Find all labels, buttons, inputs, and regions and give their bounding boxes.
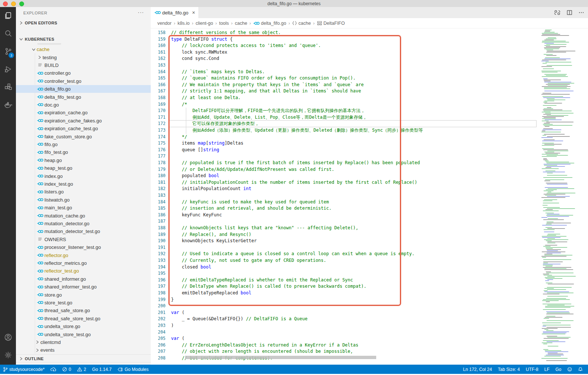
code-line-159: 159type DeltaFIFO struct { [151, 36, 588, 43]
tree-file-heap-test-go[interactable]: heap_test.go [16, 164, 151, 172]
status-cursor-position[interactable]: Ln 172, Col 24 [460, 365, 495, 374]
breadcrumb-item-tools[interactable]: tools [219, 21, 229, 26]
status-indentation[interactable]: Tab Size: 4 [495, 365, 523, 374]
tree-file-store-go[interactable]: store.go [16, 291, 151, 298]
split-editor-icon[interactable] [567, 10, 572, 16]
status-errors[interactable]: 0 [59, 365, 74, 374]
tree-file-mutation-detector-test-go[interactable]: mutation_detector_test.go [16, 227, 151, 235]
activity-run-debug-icon[interactable] [0, 60, 16, 78]
tree-folder-events[interactable]: events [16, 346, 151, 354]
minimap[interactable] [540, 28, 577, 365]
close-tab-icon[interactable]: × [192, 10, 195, 16]
open-changes-icon[interactable] [554, 10, 561, 16]
horizontal-scrollbar[interactable] [185, 356, 376, 359]
status-encoding[interactable]: UTF-8 [523, 365, 541, 374]
branch-icon [3, 367, 8, 372]
workspace-section[interactable]: KUBERNETES [16, 35, 151, 43]
status-language-mode[interactable]: Go [552, 365, 564, 374]
code-line-206: 206 // ErrZeroLengthDeltasObject is retu… [151, 342, 588, 349]
go-file-icon [37, 142, 43, 146]
status-go-version[interactable]: Go 1.14.7 [89, 365, 115, 374]
activity-docker-icon[interactable] [0, 96, 16, 114]
tree-file-listers-go[interactable]: listers.go [16, 188, 151, 196]
tree-file-delta-fifo-test-go[interactable]: delta_fifo_test.go [16, 93, 151, 101]
code-editor[interactable]: 158// different versions of the same obj… [151, 28, 588, 365]
tree-file-reflector-test-go[interactable]: reflector_test.go1 [16, 267, 151, 275]
tree-file-thread-safe-store-test-go[interactable]: thread_safe_store_test.go [16, 315, 151, 322]
tree-file-shared-informer-test-go[interactable]: shared_informer_test.go [16, 283, 151, 291]
tree-file-shared-informer-go[interactable]: shared_informer.go [16, 275, 151, 283]
outline-section[interactable]: OUTLINE [16, 354, 151, 363]
tree-file-delta-fifo-go[interactable]: delta_fifo.go [16, 85, 151, 93]
code-line-168: 168 // at least one Delta. [151, 95, 588, 101]
line-number: 162 [151, 55, 166, 62]
tree-file-expiration-cache-test-go[interactable]: expiration_cache_test.go [16, 125, 151, 132]
tree-file-fake-custom-store-go[interactable]: fake_custom_store.go [16, 132, 151, 140]
tree-file-expiration-cache-go[interactable]: expiration_cache.go [16, 109, 151, 116]
activity-search-icon[interactable] [0, 25, 16, 43]
breadcrumb-item-delta-fifo-go[interactable]: delta_fifo.go [253, 21, 286, 26]
tree-file-processor-listener-test-go[interactable]: processor_listener_test.go [16, 243, 151, 251]
go-file-icon [37, 95, 43, 99]
tree-file-undelta-store-test-go[interactable]: undelta_store_test.go [16, 330, 151, 338]
tree-file-expiration-cache-fakes-go[interactable]: expiration_cache_fakes.go [16, 117, 151, 125]
cloud-icon [50, 367, 56, 372]
scm-badge: 3 [9, 53, 14, 58]
tree-file-fifo-go[interactable]: fifo.go [16, 141, 151, 148]
partially-scrolled-item [37, 43, 61, 45]
status-go-modules[interactable]: Go Modules [114, 365, 151, 374]
status-git-branch[interactable]: studysourcecode* [0, 365, 47, 374]
current-line-highlight [168, 120, 537, 127]
window-title: delta_fifo.go — kubernetes [0, 1, 588, 6]
line-number: 170 [151, 108, 166, 114]
tree-file-fifo-test-go[interactable]: fifo_test.go [16, 148, 151, 156]
tree-file-controller-test-go[interactable]: controller_test.go [16, 77, 151, 85]
tree-file-index-go[interactable]: index.go [16, 172, 151, 180]
breadcrumb-item-k8s-io[interactable]: k8s.io [177, 21, 190, 26]
tree-file-listwatch-go[interactable]: listwatch.go [16, 196, 151, 204]
activity-extensions-icon[interactable] [0, 78, 16, 96]
tree-file-mutation-cache-go[interactable]: mutation_cache.go [16, 212, 151, 219]
editor-more-actions-icon[interactable] [578, 10, 584, 16]
breadcrumb-item-deltafifo[interactable]: DeltaFIFO [317, 21, 345, 26]
status-warnings[interactable]: 2 [74, 365, 89, 374]
tree-file-owners[interactable]: OWNERS [16, 236, 151, 243]
breadcrumb-item-cache[interactable]: cache [235, 21, 247, 26]
tree-file-reflector-go[interactable]: reflector.go1 [16, 251, 151, 259]
breadcrumb-item-cache[interactable]: cache [292, 21, 311, 26]
tree-file-main-test-go[interactable]: main_test.go [16, 204, 151, 212]
tree-file-reflector-metrics-go[interactable]: reflector_metrics.go [16, 259, 151, 267]
tree-folder-cache[interactable]: cache [16, 45, 151, 53]
status-notifications[interactable] [575, 365, 586, 374]
tree-file-build[interactable]: BUILD [16, 61, 151, 69]
status-eol[interactable]: LF [541, 365, 552, 374]
go-file-icon [37, 79, 43, 83]
status-sync-changes[interactable] [47, 365, 59, 374]
tree-folder-clientcmd[interactable]: clientcmd [16, 338, 151, 346]
tree-file-index-test-go[interactable]: index_test.go [16, 180, 151, 188]
activity-explorer-icon[interactable] [0, 7, 16, 25]
code-line-173: 173 例如Added（添加）操作类型、Updated（更新）操作类型、Dele… [151, 127, 588, 134]
status-feedback[interactable] [564, 365, 575, 374]
tab-delta-fifo[interactable]: delta_fifo.go × [151, 7, 199, 18]
line-number: 166 [151, 82, 166, 88]
tree-file-store-test-go[interactable]: store_test.go [16, 299, 151, 307]
activity-source-control-icon[interactable]: 3 [0, 43, 16, 60]
activity-account-icon[interactable] [0, 328, 16, 346]
breadcrumb-item-client-go[interactable]: client-go [196, 21, 213, 26]
breadcrumb-separator: › [192, 21, 193, 26]
tree-file-heap-go[interactable]: heap.go [16, 156, 151, 164]
tree-file-controller-go[interactable]: controller.go [16, 69, 151, 77]
doc-file-icon [37, 62, 43, 68]
tree-file-mutation-detector-go[interactable]: mutation_detector.go [16, 220, 151, 227]
activity-settings-icon[interactable] [0, 346, 16, 364]
open-editors-section[interactable]: OPEN EDITORS [16, 19, 151, 27]
tree-file-doc-go[interactable]: doc.go [16, 101, 151, 109]
tree-file-thread-safe-store-go[interactable]: thread_safe_store.go [16, 307, 151, 314]
tree-folder-testing[interactable]: testing [16, 53, 151, 61]
tree-file-undelta-store-go[interactable]: undelta_store.go [16, 322, 151, 330]
explorer-more-actions-icon[interactable]: ··· [138, 9, 144, 15]
struct-symbol-icon [317, 21, 322, 26]
timeline-section[interactable]: TIMELINE [16, 362, 151, 365]
breadcrumb-item-vendor[interactable]: vendor [157, 21, 171, 26]
